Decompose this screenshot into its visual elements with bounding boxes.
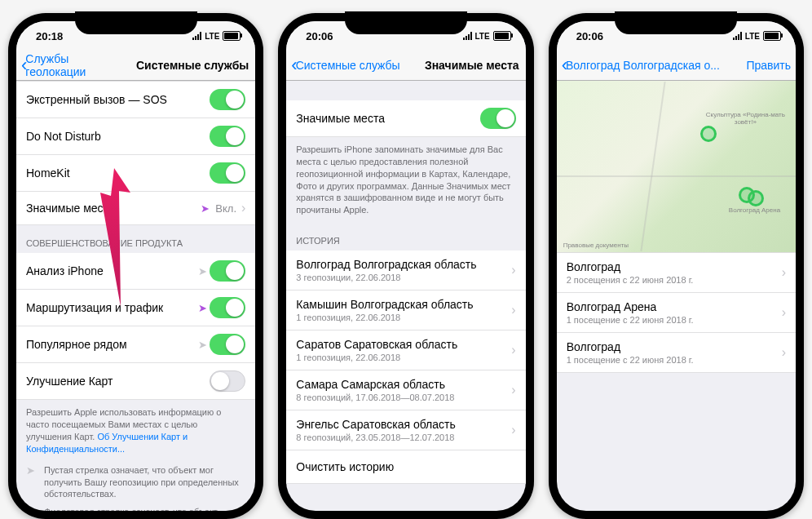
toggle[interactable] (480, 108, 516, 129)
map-view[interactable]: Скульптура «Родина-мать зовёт!» Волгогра… (557, 81, 796, 253)
phone-1: 20:18 LTE ‹Службы геолокации Системные с… (8, 13, 263, 519)
section-header-history: ИСТОРИЯ (286, 223, 525, 251)
status-time: 20:18 (36, 30, 63, 42)
legend-hollow: ➤Пустая стрелка означает, что объект мог… (16, 461, 255, 503)
map-legal-link[interactable]: Правовые документы (563, 242, 629, 249)
section-footer: Разрешить iPhone запоминать значимые для… (286, 137, 525, 223)
notch (75, 11, 197, 34)
network-label: LTE (205, 32, 219, 41)
battery-icon (763, 31, 781, 41)
chevron-right-icon: › (782, 345, 786, 360)
settings-list[interactable]: Экстренный вызов — SOS Do Not Disturb Ho… (16, 81, 255, 511)
map-pin[interactable] (700, 126, 717, 142)
toggle[interactable] (210, 370, 245, 392)
phone-2: 20:06 LTE ‹Системные службы Значимые мес… (278, 13, 533, 519)
location-arrow-icon: ➤ (201, 202, 212, 215)
nav-bar: ‹Системные службы Значимые места (286, 51, 525, 81)
phone-3: 20:06 LTE ‹Волгоград Волгоградская о... … (549, 13, 804, 519)
signal-icon (463, 32, 472, 40)
row-dnd[interactable]: Do Not Disturb (16, 118, 255, 155)
battery-icon (493, 31, 511, 41)
toggle[interactable] (210, 89, 245, 110)
location-arrow-icon: ➤ (198, 339, 210, 351)
battery-icon (223, 31, 241, 41)
chevron-right-icon: › (511, 263, 515, 277)
chevron-right-icon: › (511, 343, 515, 357)
settings-list[interactable]: Значимые места Разрешить iPhone запомина… (286, 81, 525, 511)
chevron-right-icon: › (511, 303, 515, 317)
status-time: 20:06 (576, 30, 603, 42)
chevron-right-icon: › (511, 383, 515, 397)
chevron-right-icon: › (241, 201, 245, 215)
nav-bar: ‹Службы геолокации Системные службы (16, 51, 255, 81)
network-label: LTE (475, 32, 490, 41)
status-time: 20:06 (306, 30, 333, 42)
signal-icon (192, 32, 201, 40)
toggle[interactable] (210, 297, 245, 318)
place-row[interactable]: Волгоград2 посещения с 22 июня 2018 г.› (557, 253, 796, 293)
location-arrow-icon: ➤ (26, 464, 38, 499)
toggle[interactable] (210, 260, 245, 282)
map-pin[interactable] (748, 190, 764, 206)
location-arrow-icon: ➤ (26, 506, 38, 511)
detail-content[interactable]: Скульптура «Родина-мать зовёт!» Волгогра… (557, 81, 796, 511)
history-row[interactable]: Волгоград Волгоградская область3 геопози… (286, 251, 525, 291)
location-arrow-icon: ➤ (198, 265, 210, 277)
legend-purple: ➤Фиолетовая стрелка означает, что объект… (16, 503, 255, 511)
place-row[interactable]: Волгоград1 посещение с 22 июня 2018 г.› (557, 333, 796, 373)
history-row[interactable]: Самара Самарская область8 геопозиций, 17… (286, 370, 525, 410)
chevron-right-icon: › (782, 305, 786, 320)
toggle[interactable] (210, 334, 245, 355)
notch (345, 11, 467, 34)
section-footer: Разрешить Apple использовать информацию … (16, 400, 255, 461)
nav-bar: ‹Волгоград Волгоградская о... Править (557, 51, 796, 81)
network-label: LTE (745, 32, 760, 41)
row-emergency-sos[interactable]: Экстренный вызов — SOS (16, 81, 255, 118)
clear-history-button[interactable]: Очистить историю (286, 450, 525, 484)
nav-title: Системные службы (136, 59, 249, 72)
row-improve-maps[interactable]: Улучшение Карт (16, 363, 255, 400)
history-row[interactable]: Саратов Саратовская область1 геопозиция,… (286, 330, 525, 370)
back-button[interactable]: ‹Системные службы (291, 55, 399, 76)
notch (615, 11, 737, 34)
place-row[interactable]: Волгоград Арена1 посещение с 22 июня 201… (557, 293, 796, 333)
row-significant-locations-toggle[interactable]: Значимые места (286, 100, 525, 137)
row-popular-nearby[interactable]: Популярное рядом➤ (16, 326, 255, 363)
back-button[interactable]: ‹Службы геолокации (21, 52, 131, 78)
location-arrow-icon: ➤ (198, 302, 210, 314)
chevron-right-icon: › (782, 265, 786, 280)
nav-title: Значимые места (425, 59, 519, 72)
row-routing-traffic[interactable]: Маршрутизация и трафик➤ (16, 290, 255, 326)
history-row[interactable]: Энгельс Саратовская область8 геопозиций,… (286, 410, 525, 450)
row-iphone-analytics[interactable]: Анализ iPhone➤ (16, 253, 255, 290)
map-poi-label: Скульптура «Родина-мать зовёт!» (695, 112, 796, 126)
toggle[interactable] (210, 126, 245, 147)
section-header: СОВЕРШЕНСТВОВАНИЕ ПРОДУКТА (16, 225, 255, 253)
history-row[interactable]: Камышин Волгоградская область1 геопозици… (286, 291, 525, 330)
signal-icon (733, 32, 742, 40)
map-poi-label: Волгоград Арена (729, 207, 780, 215)
row-significant-locations[interactable]: Значимые места➤Вкл.› (16, 192, 255, 225)
row-homekit[interactable]: HomeKit (16, 155, 255, 192)
toggle[interactable] (210, 162, 245, 184)
chevron-right-icon: › (511, 423, 515, 437)
back-button[interactable]: ‹Волгоград Волгоградская о... (562, 55, 720, 76)
edit-button[interactable]: Править (746, 59, 791, 72)
